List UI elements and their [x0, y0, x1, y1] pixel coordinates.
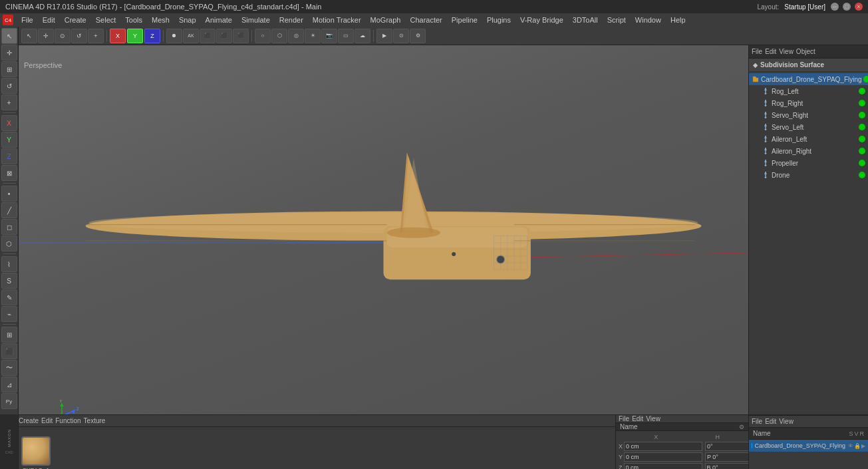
obj-sky-btn[interactable]: ☁ — [355, 29, 370, 43]
rp-edit[interactable]: Edit — [765, 48, 776, 55]
tool-s2[interactable]: S — [1, 273, 17, 289]
obj-cam-btn[interactable]: 📷 — [321, 29, 337, 43]
menu-item-plugins[interactable]: Plugins — [483, 15, 515, 25]
tool-sculpt[interactable]: ⌁ — [1, 306, 17, 322]
axis-x-btn[interactable]: X — [110, 29, 126, 43]
menu-item-file[interactable]: File — [17, 15, 37, 25]
tool-matrix[interactable]: ⊞ — [1, 327, 17, 343]
rb-vis-icon[interactable]: 👁 — [848, 443, 853, 449]
mat-edit[interactable]: Edit — [41, 417, 53, 424]
tool-scene-mode[interactable]: + — [88, 29, 104, 43]
axis-z-btn[interactable]: Z — [144, 29, 160, 43]
minimize-btn[interactable]: ─ — [831, 3, 839, 11]
rb-selected-item[interactable]: Cardboard_Drone_SYPAQ_Flying 👁 🔒 ▶ — [749, 440, 868, 452]
tool-snap[interactable]: ⌇ — [1, 256, 17, 272]
render-btn[interactable]: ▶ — [376, 29, 392, 43]
menu-item-v-ray-bridge[interactable]: V-Ray Bridge — [516, 15, 567, 25]
axis-y-btn[interactable]: Y — [127, 29, 143, 43]
obj-nurbs-btn[interactable]: ◎ — [288, 29, 304, 43]
tool-z[interactable]: Z — [1, 148, 17, 164]
obj-light-btn[interactable]: ☀ — [305, 29, 321, 43]
rb-edit[interactable]: Edit — [765, 418, 776, 425]
menu-item-render[interactable]: Render — [275, 15, 307, 25]
tool-edges[interactable]: ╱ — [1, 202, 17, 218]
tool-model-mode[interactable]: ↖ — [21, 29, 37, 43]
tree-item-servo-right[interactable]: Servo_Right — [749, 109, 868, 121]
tree-item-servo-left[interactable]: Servo_Left — [749, 121, 868, 133]
tool-free[interactable]: ⊠ — [1, 165, 17, 181]
menu-item-edit[interactable]: Edit — [39, 15, 59, 25]
render-vp-btn[interactable]: ⊙ — [393, 29, 409, 43]
tool-anim-mode[interactable]: ↺ — [71, 29, 87, 43]
mat-function[interactable]: Function — [55, 417, 80, 424]
tool-uv[interactable]: ⬡ — [1, 235, 17, 251]
maximize-btn[interactable]: □ — [843, 3, 851, 11]
material-item[interactable]: SYPAQ_1 — [21, 436, 51, 469]
prop-x-input[interactable] — [624, 442, 702, 451]
tree-item-cardboard-drone-sypaq-flying[interactable]: Cardboard_Drone_SYPAQ_Flying — [749, 73, 868, 85]
tool-deform[interactable]: ⊿ — [1, 377, 17, 392]
props-file[interactable]: File — [619, 415, 629, 422]
menu-item-simulate[interactable]: Simulate — [237, 15, 274, 25]
tool-python[interactable]: Py — [1, 393, 17, 409]
tool-x[interactable]: X — [1, 115, 17, 131]
menu-item-tools[interactable]: Tools — [121, 15, 146, 25]
tool-y[interactable]: Y — [1, 132, 17, 148]
rb-render-icon[interactable]: ▶ — [861, 443, 865, 449]
obj-floor-btn[interactable]: ▭ — [338, 29, 354, 43]
menu-item-script[interactable]: Script — [603, 15, 630, 25]
prop-z-input[interactable] — [624, 463, 702, 469]
menu-item-window[interactable]: Window — [631, 15, 665, 25]
props-view[interactable]: View — [646, 415, 660, 422]
tool-spline[interactable]: 〜 — [1, 360, 17, 376]
rp-object[interactable]: Object — [796, 48, 815, 55]
obj-null-btn[interactable]: ○ — [255, 29, 271, 43]
tool-select[interactable]: ↖ — [1, 28, 17, 44]
menu-item-motion-tracker[interactable]: Motion Tracker — [309, 15, 365, 25]
tool-cube[interactable]: ⬛ — [1, 343, 17, 359]
rb-view[interactable]: View — [779, 418, 794, 425]
tool-texture-mode[interactable]: ✛ — [38, 29, 54, 43]
key2-btn[interactable]: ⬛ — [216, 29, 232, 43]
tool-scale[interactable]: ⊞ — [1, 61, 17, 77]
tool-paint[interactable]: ✎ — [1, 289, 17, 305]
tool-move[interactable]: ✛ — [1, 45, 17, 61]
props-edit[interactable]: Edit — [632, 415, 643, 422]
tree-item-aileron-left[interactable]: Aileron_Left — [749, 133, 868, 145]
rb-file[interactable]: File — [752, 418, 762, 425]
tool-points[interactable]: • — [1, 186, 17, 202]
tool-object[interactable]: + — [1, 94, 17, 110]
key-btn[interactable]: ⬛ — [200, 29, 216, 43]
tool-rotate[interactable]: ↺ — [1, 78, 17, 94]
prop-y-input[interactable] — [624, 452, 702, 462]
rb-lock-icon[interactable]: 🔒 — [854, 443, 861, 449]
menu-item-select[interactable]: Select — [92, 15, 120, 25]
rec-btn[interactable]: ⏺ — [166, 29, 182, 43]
menu-item-animate[interactable]: Animate — [202, 15, 236, 25]
close-btn[interactable]: × — [855, 3, 863, 11]
auto-key-btn[interactable]: AK — [183, 29, 199, 43]
mat-texture[interactable]: Texture — [84, 417, 106, 424]
key3-btn[interactable]: ⬛ — [233, 29, 249, 43]
tool-poly[interactable]: ◻ — [1, 219, 17, 235]
rp-file[interactable]: File — [752, 48, 762, 55]
menu-item-mesh[interactable]: Mesh — [148, 15, 174, 25]
viewport[interactable]: View Cameras Display Options Filter Pane… — [19, 45, 748, 444]
tree-item-drone[interactable]: Drone — [749, 169, 868, 181]
mat-create[interactable]: Create — [19, 417, 39, 424]
tree-item-propeller[interactable]: Propeller — [749, 157, 868, 169]
menu-item-help[interactable]: Help — [666, 15, 690, 25]
render-set-btn[interactable]: ⚙ — [410, 29, 426, 43]
menu-item-3dtoall[interactable]: 3DToAll — [569, 15, 602, 25]
tool-object-mode[interactable]: ⊙ — [55, 29, 71, 43]
menu-item-snap[interactable]: Snap — [175, 15, 200, 25]
tree-item-aileron-right[interactable]: Aileron_Right — [749, 145, 868, 157]
tree-item-rog-left[interactable]: Rog_Left — [749, 85, 868, 97]
obj-cube-btn[interactable]: ⬡ — [271, 29, 287, 43]
menu-item-character[interactable]: Character — [406, 15, 446, 25]
menu-item-create[interactable]: Create — [61, 15, 90, 25]
menu-item-mograph[interactable]: MoGraph — [366, 15, 405, 25]
rp-view[interactable]: View — [779, 48, 794, 55]
menu-item-pipeline[interactable]: Pipeline — [448, 15, 482, 25]
tree-item-rog-right[interactable]: Rog_Right — [749, 97, 868, 109]
